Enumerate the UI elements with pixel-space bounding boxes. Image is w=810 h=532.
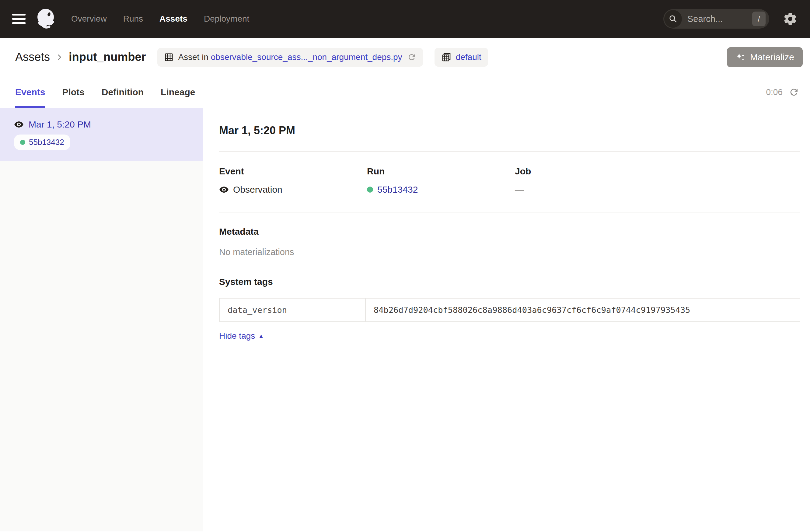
run-chip[interactable]: 55b13432 xyxy=(14,134,70,150)
job-column-header: Job xyxy=(515,166,663,177)
job-column: Job — xyxy=(515,166,663,195)
metadata-heading: Metadata xyxy=(219,226,800,237)
event-detail-title: Mar 1, 5:20 PM xyxy=(219,124,800,137)
asset-group-pill[interactable]: default xyxy=(435,48,488,67)
search-input[interactable]: Search... / xyxy=(663,9,769,29)
asset-tabs: Events Plots Definition Lineage 0:06 xyxy=(0,76,810,108)
search-icon xyxy=(664,10,682,28)
asset-group-icon xyxy=(441,52,452,62)
asset-location-pill: Asset in observable_source_ass..._non_ar… xyxy=(157,48,423,67)
run-column-header: Run xyxy=(367,166,515,177)
job-empty-value: — xyxy=(515,184,524,195)
nav-item-runs[interactable]: Runs xyxy=(123,14,143,24)
materialize-label: Materialize xyxy=(750,52,794,62)
run-status-dot xyxy=(367,187,373,193)
tab-plots[interactable]: Plots xyxy=(62,76,84,108)
run-id-link[interactable]: 55b13432 xyxy=(377,184,418,195)
event-list-sidebar: Mar 1, 5:20 PM 55b13432 xyxy=(0,108,203,531)
run-id-label: 55b13432 xyxy=(29,138,64,147)
refresh-countdown: 0:06 xyxy=(766,87,783,97)
dagster-logo-icon[interactable] xyxy=(34,7,59,31)
materialize-button[interactable]: Materialize xyxy=(727,47,803,67)
divider xyxy=(219,151,800,151)
settings-button[interactable] xyxy=(783,11,798,27)
code-location-link[interactable]: observable_source_ass..._non_argument_de… xyxy=(211,52,402,62)
sparkle-icon xyxy=(735,52,746,62)
tab-events[interactable]: Events xyxy=(15,76,45,108)
breadcrumb-assets-link[interactable]: Assets xyxy=(15,50,50,64)
breadcrumb-chevron-icon xyxy=(55,53,63,61)
metadata-empty-text: No materializations xyxy=(219,247,800,257)
event-column: Event Observation xyxy=(219,166,367,195)
gear-icon xyxy=(783,12,797,26)
nav-item-overview[interactable]: Overview xyxy=(71,14,107,24)
event-detail-panel: Mar 1, 5:20 PM Event Observation Run xyxy=(203,108,810,531)
run-status-dot xyxy=(20,140,25,145)
event-type-label: Observation xyxy=(233,184,282,195)
event-list-item[interactable]: Mar 1, 5:20 PM 55b13432 xyxy=(0,108,202,161)
hide-tags-label: Hide tags xyxy=(219,331,255,341)
system-tags-heading: System tags xyxy=(219,277,800,287)
tab-lineage[interactable]: Lineage xyxy=(161,76,195,108)
nav-item-assets[interactable]: Assets xyxy=(159,14,188,24)
event-timestamp: Mar 1, 5:20 PM xyxy=(29,119,91,130)
tab-definition[interactable]: Definition xyxy=(102,76,144,108)
refresh-icon[interactable] xyxy=(789,87,799,97)
asset-header: Assets input_number Asset in observable_… xyxy=(0,38,810,76)
divider xyxy=(219,212,800,212)
asset-in-label: Asset in xyxy=(178,52,211,62)
table-row: data_version 84b26d7d9204cbf588026c8a988… xyxy=(220,298,800,322)
table-grid-icon xyxy=(164,52,174,62)
top-nav: Overview Runs Assets Deployment Search..… xyxy=(0,0,810,38)
primary-nav: Overview Runs Assets Deployment xyxy=(71,14,249,24)
search-placeholder: Search... xyxy=(687,14,723,24)
asset-group-link[interactable]: default xyxy=(456,52,481,62)
observation-eye-icon xyxy=(14,119,24,129)
hamburger-menu-icon[interactable] xyxy=(12,14,26,24)
event-column-header: Event xyxy=(219,166,367,177)
chevron-up-icon: ▲ xyxy=(258,333,264,340)
run-column: Run 55b13432 xyxy=(367,166,515,195)
reload-location-icon[interactable] xyxy=(407,53,416,62)
system-tags-table: data_version 84b26d7d9204cbf588026c8a988… xyxy=(219,298,800,322)
tag-value-cell: 84b26d7d9204cbf588026c8a9886d403a6c9637c… xyxy=(366,298,800,322)
tag-key-cell: data_version xyxy=(220,298,366,322)
asset-name: input_number xyxy=(69,50,146,64)
nav-item-deployment[interactable]: Deployment xyxy=(204,14,249,24)
search-shortcut-key: / xyxy=(752,12,765,26)
observation-eye-icon xyxy=(219,185,229,194)
hide-tags-link[interactable]: Hide tags ▲ xyxy=(219,331,264,341)
